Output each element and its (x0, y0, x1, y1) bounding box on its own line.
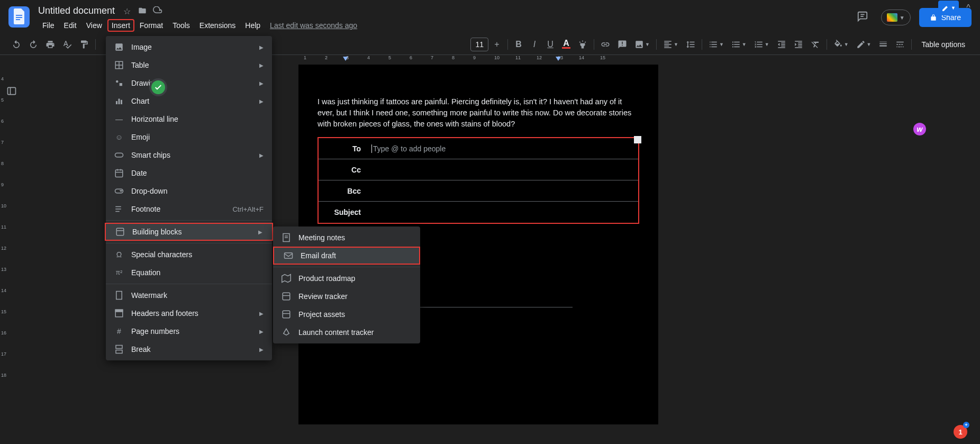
insert-drawing[interactable]: Drawing▶ (106, 74, 272, 92)
collapse-toolbar-button[interactable]: ^ (961, 0, 976, 16)
menu-tools[interactable]: Tools (168, 19, 194, 32)
insert-chart[interactable]: Chart▶ (106, 92, 272, 110)
ruler-h-tick: 4 (367, 55, 370, 60)
cloud-status-icon[interactable] (153, 6, 161, 15)
menu-edit[interactable]: Edit (60, 19, 81, 32)
border-color-button[interactable]: ▼ (853, 37, 875, 52)
lock-icon (930, 14, 937, 21)
meet-button[interactable]: ▼ (881, 10, 911, 25)
svg-rect-38 (283, 311, 290, 318)
ruler-h-tick: 14 (579, 55, 584, 60)
print-button[interactable] (42, 37, 58, 52)
text-color-button[interactable]: A (559, 37, 574, 52)
ruler-right-marker[interactable] (556, 57, 561, 61)
insert-page-numbers[interactable]: #Page numbers▶ (106, 322, 272, 340)
table-icon (114, 60, 124, 70)
docs-logo[interactable] (8, 6, 30, 28)
checklist-button[interactable]: ▼ (705, 37, 727, 52)
insert-emoji[interactable]: ☺Emoji (106, 128, 272, 146)
date-icon (114, 168, 124, 178)
border-style-button[interactable] (892, 37, 908, 52)
bb-email-draft[interactable]: Email draft (273, 247, 420, 265)
email-to-field[interactable]: Type @ to add people (367, 140, 638, 157)
ruler-v-tick: 5 (1, 97, 4, 103)
body-paragraph[interactable]: I was just thinking if tattoos are painf… (298, 96, 658, 130)
border-width-button[interactable] (875, 37, 891, 52)
email-draft-block[interactable]: To Type @ to add people Cc Bcc Subject (317, 137, 639, 224)
email-cc-field[interactable] (367, 166, 638, 174)
document-title[interactable]: Untitled document (38, 5, 115, 16)
user-avatar-badge[interactable]: w (913, 123, 926, 135)
paint-format-button[interactable] (76, 37, 92, 52)
email-to-label: To (319, 144, 367, 153)
bb-review-tracker[interactable]: Review tracker (273, 287, 420, 305)
bb-launch-tracker[interactable]: Launch content tracker (273, 323, 420, 341)
insert-horizontal-line[interactable]: —Horizontal line (106, 110, 272, 128)
indent-decrease-button[interactable] (774, 37, 790, 52)
bold-button[interactable]: B (511, 37, 526, 52)
link-button[interactable] (597, 37, 613, 52)
svg-rect-22 (115, 209, 121, 210)
insert-building-blocks[interactable]: Building blocks▶ (105, 223, 273, 241)
ruler-h-tick: 6 (410, 55, 412, 60)
menu-view[interactable]: View (82, 19, 106, 32)
indent-increase-button[interactable] (791, 37, 806, 52)
building-blocks-icon (115, 227, 125, 237)
ruler-h-tick: 1 (304, 55, 306, 60)
menu-help[interactable]: Help (241, 19, 265, 32)
font-size-input[interactable]: 11 (470, 38, 488, 51)
email-subject-field[interactable] (367, 208, 638, 216)
bulleted-list-button[interactable]: ▼ (728, 37, 750, 52)
line-spacing-button[interactable] (683, 37, 698, 52)
star-icon[interactable]: ☆ (123, 6, 132, 15)
highlight-button[interactable] (575, 37, 591, 52)
image-button[interactable]: ▼ (631, 37, 653, 52)
menu-extensions[interactable]: Extensions (195, 19, 240, 32)
insert-smart-chips[interactable]: Smart chips▶ (106, 146, 272, 164)
notification-badge[interactable]: 1 + (954, 425, 967, 439)
bb-meeting-notes[interactable]: Meeting notes (273, 229, 420, 247)
comment-button[interactable] (614, 37, 630, 52)
edit-mode-button[interactable]: ▼ (938, 1, 959, 15)
numbered-list-button[interactable]: ▼ (751, 37, 773, 52)
svg-rect-23 (115, 211, 120, 212)
insert-headers-footers[interactable]: Headers and footers▶ (106, 304, 272, 322)
menu-insert[interactable]: Insert (107, 19, 134, 32)
svg-rect-12 (116, 101, 117, 104)
insert-break[interactable]: Break▶ (106, 340, 272, 358)
insert-image[interactable]: Image▶ (106, 38, 272, 56)
svg-rect-16 (115, 170, 123, 177)
insert-footnote[interactable]: FootnoteCtrl+Alt+F (106, 200, 272, 218)
bb-product-roadmap[interactable]: Product roadmap (273, 269, 420, 287)
email-bcc-field[interactable] (367, 187, 638, 195)
ruler-h-tick: 5 (388, 55, 391, 60)
undo-button[interactable] (8, 37, 24, 52)
move-icon[interactable] (138, 6, 147, 15)
menu-format[interactable]: Format (135, 19, 167, 32)
last-edit-link[interactable]: Last edit was seconds ago (270, 21, 357, 30)
table-options-button[interactable]: Table options (915, 37, 972, 52)
menu-file[interactable]: File (38, 19, 59, 32)
comments-icon[interactable] (852, 6, 873, 29)
bb-project-assets[interactable]: Project assets (273, 305, 420, 323)
font-size-plus-button[interactable]: + (489, 37, 504, 52)
fill-color-button[interactable]: ▼ (830, 37, 852, 52)
ruler-h-tick: 8 (452, 55, 455, 60)
insert-special-characters[interactable]: ΩSpecial characters (106, 246, 272, 264)
clear-format-button[interactable] (807, 37, 823, 52)
underline-button[interactable]: U (543, 37, 558, 52)
redo-button[interactable] (25, 37, 41, 52)
svg-rect-0 (16, 15, 22, 16)
insert-table[interactable]: Table▶ (106, 56, 272, 74)
insert-watermark[interactable]: Watermark (106, 286, 272, 304)
email-block-handle[interactable] (634, 136, 641, 143)
svg-rect-24 (116, 228, 124, 235)
insert-dropdown[interactable]: Drop-down (106, 182, 272, 200)
insert-date[interactable]: Date (106, 164, 272, 182)
align-button[interactable]: ▼ (660, 37, 682, 52)
italic-button[interactable]: I (527, 37, 542, 52)
horizontal-ruler: 1 2 3 4 5 6 7 8 9 10 11 12 13 14 15 (267, 55, 980, 64)
ruler-v-tick: 13 (1, 267, 6, 272)
spellcheck-button[interactable] (59, 37, 75, 52)
insert-equation[interactable]: π²Equation (106, 264, 272, 282)
